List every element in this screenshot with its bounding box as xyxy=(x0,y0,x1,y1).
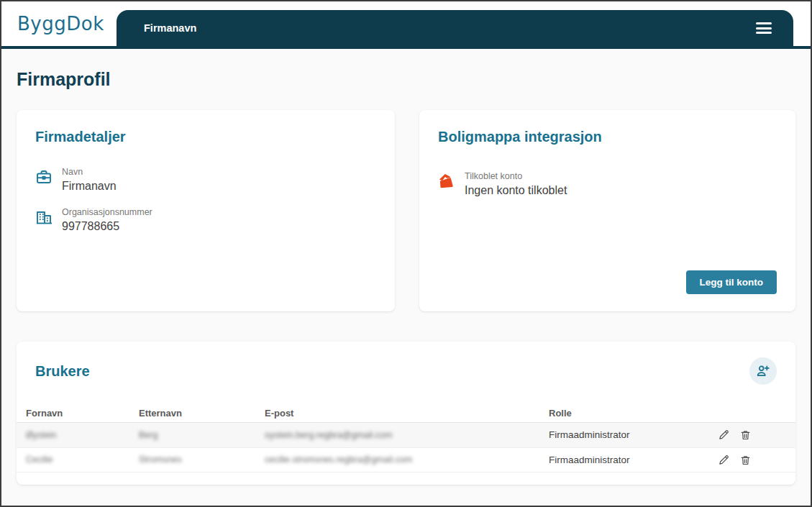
user-first-name: Øystein xyxy=(26,430,139,440)
users-table-header: Fornavn Etternavn E-post Rolle xyxy=(17,403,795,423)
org-number-value: 997788665 xyxy=(62,220,152,233)
top-header: ByggDok Firmanavn xyxy=(1,1,811,46)
company-name-field: Navn Firmanavn xyxy=(35,167,376,193)
user-first-name: Cecilie xyxy=(26,455,139,465)
building-icon xyxy=(35,209,53,226)
col-rolle: Rolle xyxy=(549,408,718,419)
byggdok-logo[interactable]: ByggDok xyxy=(17,13,104,35)
company-details-title: Firmadetaljer xyxy=(35,129,376,145)
user-role: Firmaadministrator xyxy=(549,429,718,440)
trash-icon xyxy=(739,454,752,466)
user-last-name: Berg xyxy=(139,430,265,440)
boligmappa-title: Boligmappa integrasjon xyxy=(438,129,777,145)
header-tab-bar: Firmanavn xyxy=(117,10,793,46)
user-last-name: Stromsnes xyxy=(139,455,265,465)
org-number-field: Organisasjonsnummer 997788665 xyxy=(35,207,376,233)
header-divider xyxy=(1,46,811,49)
connected-account-field: Tilkoblet konto Ingen konto tilkoblet xyxy=(438,171,777,197)
tab-firmanavn[interactable]: Firmanavn xyxy=(144,10,196,46)
delete-user-button[interactable] xyxy=(739,454,752,466)
col-epost: E-post xyxy=(265,408,549,419)
edit-user-button[interactable] xyxy=(718,429,730,441)
users-card: Brukere Fornavn Etternavn E-post Rolle xyxy=(17,342,795,485)
user-email: cecilie.stromsnes.regbra@gmail.com xyxy=(265,455,549,465)
page-title: Firmaprofil xyxy=(17,69,795,90)
user-row: Øystein Berg oystein.berg.regbra@gmail.c… xyxy=(17,423,795,448)
users-title: Brukere xyxy=(35,363,90,380)
col-etternavn: Etternavn xyxy=(139,408,265,419)
briefcase-icon xyxy=(35,168,53,186)
add-user-button[interactable] xyxy=(749,357,777,385)
company-name-label: Navn xyxy=(62,167,117,177)
user-row: Cecilie Stromsnes cecilie.stromsnes.regb… xyxy=(17,448,795,473)
person-add-icon xyxy=(755,363,771,379)
company-name-value: Firmanavn xyxy=(62,180,117,193)
add-account-button[interactable]: Legg til konto xyxy=(686,270,777,294)
hamburger-menu-icon[interactable] xyxy=(756,22,772,37)
boligmappa-card: Boligmappa integrasjon Tilkoblet konto I… xyxy=(419,110,795,311)
org-number-label: Organisasjonsnummer xyxy=(62,207,152,217)
trash-icon xyxy=(739,429,752,441)
user-email: oystein.berg.regbra@gmail.com xyxy=(265,430,549,440)
boligmappa-logo-icon xyxy=(438,173,455,190)
company-details-card: Firmadetaljer Navn Firmanavn xyxy=(17,110,395,311)
users-table: Fornavn Etternavn E-post Rolle Øystein B… xyxy=(17,403,795,472)
delete-user-button[interactable] xyxy=(739,429,752,441)
main-content: Firmaprofil Firmadetaljer Navn Firmanavn xyxy=(1,69,811,485)
pencil-icon xyxy=(718,429,730,441)
connected-account-value: Ingen konto tilkoblet xyxy=(465,184,567,197)
edit-user-button[interactable] xyxy=(718,454,730,466)
pencil-icon xyxy=(718,454,730,466)
col-fornavn: Fornavn xyxy=(26,408,139,419)
connected-account-label: Tilkoblet konto xyxy=(465,171,567,181)
user-role: Firmaadministrator xyxy=(549,455,718,465)
